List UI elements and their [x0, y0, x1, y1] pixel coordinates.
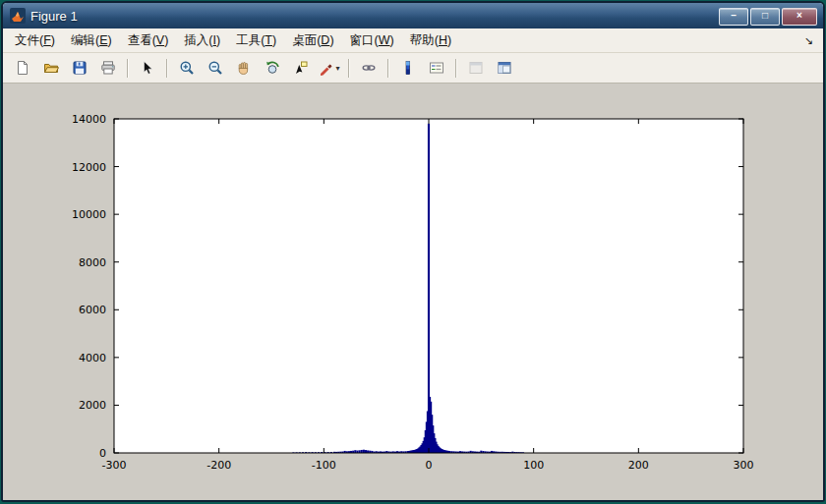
zoom-out-icon — [207, 60, 223, 76]
menu-item-insert[interactable]: 插入(I) — [176, 29, 228, 52]
link-plot-button[interactable] — [355, 55, 383, 81]
minimize-button[interactable]: – — [719, 8, 748, 26]
save-figure-button[interactable] — [66, 55, 93, 81]
data-cursor-icon — [293, 60, 309, 76]
hide-plot-tools-icon — [468, 60, 484, 76]
data-cursor-button[interactable] — [287, 55, 315, 81]
menu-item-help[interactable]: 帮助(H) — [402, 29, 459, 52]
figure-canvas: -300-200-1000100200300020004000600080001… — [3, 84, 823, 500]
toolbar-separator — [127, 59, 129, 78]
menu-item-desktop[interactable]: 桌面(D) — [284, 29, 341, 52]
menubar-overflow-arrow-icon[interactable]: ↘ — [804, 34, 823, 47]
toolbar-separator — [166, 59, 168, 78]
y-tick-label: 6000 — [79, 304, 106, 316]
print-figure-button[interactable] — [94, 55, 122, 81]
menu-bar: 文件(F)编辑(E)查看(V)插入(I)工具(T)桌面(D)窗口(W)帮助(H)… — [3, 28, 823, 53]
menu-item-file[interactable]: 文件(F) — [7, 29, 63, 52]
matlab-logo-icon — [10, 8, 26, 24]
window-title: Figure 1 — [30, 9, 78, 24]
new-figure-button[interactable] — [9, 55, 36, 81]
insert-legend-icon — [429, 60, 444, 76]
insert-colorbar-button[interactable] — [394, 55, 422, 81]
zoom-in-button[interactable] — [173, 55, 201, 81]
toolbar-separator — [455, 59, 457, 78]
x-tick-label: 200 — [628, 459, 649, 472]
x-tick-label: 300 — [734, 459, 754, 472]
show-plot-tools-icon — [497, 60, 512, 76]
maximize-button[interactable]: □ — [750, 8, 780, 26]
toolbar-separator — [348, 59, 350, 78]
toolbar: ▾ — [3, 53, 823, 84]
y-tick-label: 12000 — [72, 161, 106, 174]
x-tick-label: -200 — [206, 459, 231, 472]
close-button[interactable]: × — [782, 8, 817, 26]
y-tick-label: 8000 — [79, 256, 106, 269]
zoom-out-button[interactable] — [202, 55, 229, 81]
edit-plot-button[interactable] — [134, 55, 161, 81]
menu-item-view[interactable]: 查看(V) — [120, 29, 177, 52]
rotate-3d-button[interactable] — [259, 55, 286, 81]
y-tick-label: 14000 — [72, 113, 106, 126]
y-tick-label: 4000 — [79, 352, 106, 364]
edit-plot-icon — [140, 60, 155, 76]
figure-window: Figure 1 – □ × 文件(F)编辑(E)查看(V)插入(I)工具(T)… — [1, 1, 825, 502]
brush-data-icon — [319, 60, 334, 76]
insert-legend-button[interactable] — [423, 55, 450, 81]
title-bar[interactable]: Figure 1 – □ × — [3, 3, 823, 28]
pan-icon — [236, 60, 252, 76]
link-plot-icon — [361, 60, 377, 76]
y-tick-label: 0 — [99, 447, 106, 460]
save-figure-icon — [72, 60, 88, 76]
toolbar-separator — [387, 59, 389, 78]
window-controls: – □ × — [719, 8, 817, 26]
brush-data-button[interactable]: ▾ — [316, 55, 343, 81]
menu-item-tools[interactable]: 工具(T) — [228, 29, 284, 52]
hide-plot-tools-button[interactable] — [462, 55, 490, 81]
zoom-in-icon — [179, 60, 195, 76]
pan-button[interactable] — [230, 55, 258, 81]
figure-plot[interactable]: -300-200-1000100200300020004000600080001… — [52, 93, 780, 496]
open-file-icon — [43, 60, 59, 76]
open-file-button[interactable] — [37, 55, 65, 81]
x-tick-label: 0 — [426, 459, 433, 472]
y-tick-label: 2000 — [79, 399, 106, 412]
menu-item-window[interactable]: 窗口(W) — [342, 29, 402, 52]
x-tick-label: -100 — [312, 459, 336, 472]
print-figure-icon — [100, 60, 116, 76]
menu-item-edit[interactable]: 编辑(E) — [63, 29, 120, 52]
dropdown-arrow-icon[interactable]: ▾ — [335, 64, 339, 73]
insert-colorbar-icon — [400, 60, 416, 76]
x-tick-label: 100 — [523, 459, 544, 472]
new-figure-icon — [15, 60, 30, 76]
y-tick-label: 10000 — [72, 208, 106, 221]
show-plot-tools-button[interactable] — [491, 55, 518, 81]
rotate-3d-icon — [265, 60, 280, 76]
x-tick-label: -300 — [102, 459, 127, 472]
